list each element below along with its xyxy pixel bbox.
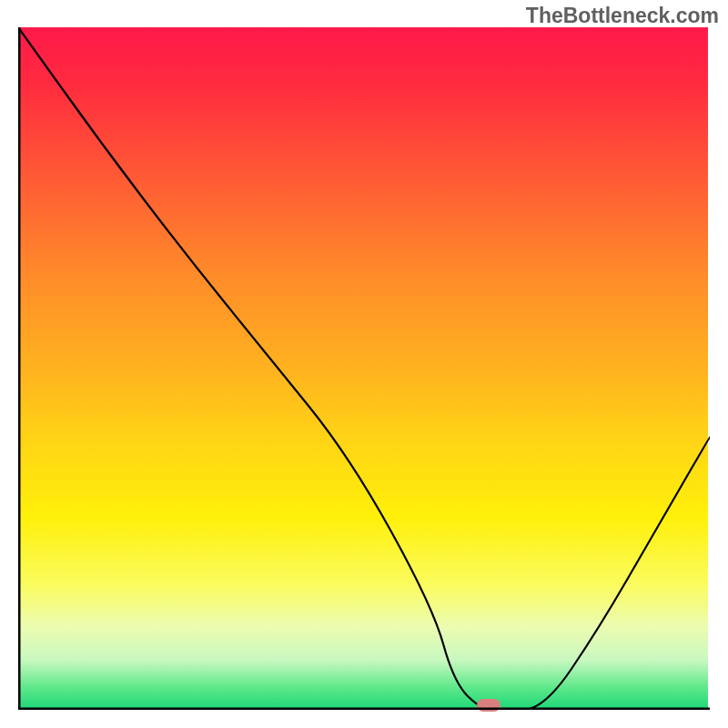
chart-container: TheBottleneck.com — [0, 0, 728, 728]
axes — [18, 27, 710, 710]
plot-area — [18, 27, 710, 710]
watermark-text: TheBottleneck.com — [526, 4, 719, 28]
